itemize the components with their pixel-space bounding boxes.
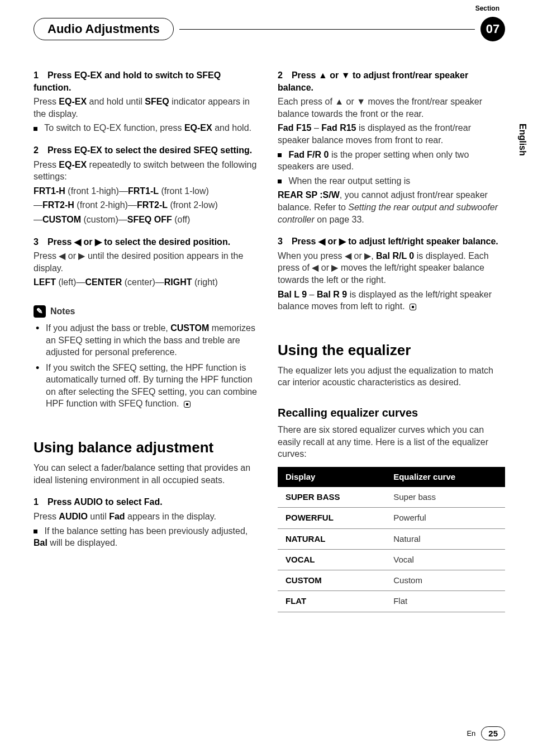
col-display: Display [278,467,386,487]
kw: LEFT [34,277,56,287]
table-row: CUSTOMCustom [278,570,505,591]
txt: Press [34,160,59,169]
language-side-tab: English [515,117,527,162]
txt: (center)— [122,277,164,287]
footer-lang: En [467,729,475,738]
note-item-1: If you adjust the bass or treble, CUSTOM… [34,322,261,358]
table-row: VOCALVocal [278,549,505,570]
cell-curve: Flat [386,591,505,612]
notes-label: Notes [50,305,75,318]
cell-curve: Vocal [386,549,505,570]
sfeq-step2-body: Press EQ-EX repeatedly to switch between… [34,159,261,183]
recall-curves-title: Recalling equalizer curves [278,405,505,420]
txt: – [307,290,317,299]
txt: When the rear output setting is [288,176,410,186]
kw: CENTER [85,277,122,287]
sfeq-step1-bullet: To switch to EQ-EX function, press EQ-EX… [34,122,261,134]
equalizer-intro: The equalizer lets you adjust the equali… [278,365,505,389]
cell-display: NATURAL [278,528,386,549]
txt: (right) [192,277,218,287]
col-curve: Equalizer curve [386,467,505,487]
balance-step3-range: Bal L 9 – Bal R 9 is displayed as the le… [278,289,505,313]
pencil-icon: ✎ [34,305,46,318]
kw: FRT2-L [137,200,168,210]
txt: (front 2-high)— [74,200,137,210]
section-number-badge: 07 [480,17,505,41]
fader-step2-head: 2 Press ▲ or ▼ to adjust front/rear spea… [278,69,505,93]
txt: (front 1-low) [159,186,209,196]
kw: CUSTOM [170,323,209,333]
page-number-badge: 25 [481,726,505,740]
kw: Bal [34,538,47,547]
txt: If the balance setting has been previous… [44,526,248,536]
sfeq-step1-body: Press EQ-EX and hold until SFEQ indicato… [34,96,261,120]
chapter-title: Audio Adjustments [47,22,160,36]
table-row: NATURALNatural [278,528,505,549]
page-header: Section Audio Adjustments 07 [34,17,505,41]
kw: REAR SP :S/W [278,190,340,200]
balance-step3-body: When you press ◀ or ▶, Bal R/L 0 is disp… [278,250,505,286]
equalizer-curves-table: Display Equalizer curve SUPER BASSSuper … [278,467,505,612]
sfeq-positions: LEFT (left)—CENTER (center)—RIGHT (right… [34,276,261,289]
balance-step1-bullet: If the balance setting has been previous… [34,525,261,549]
txt: (front 2-low) [168,200,218,210]
fader-step2-range: Fad F15 – Fad R15 is displayed as the fr… [278,122,505,146]
note-item-2: If you switch the SFEQ setting, the HPF … [34,362,261,410]
page-number: 25 [488,729,498,738]
txt: appears in the display. [125,512,216,521]
kw: RIGHT [164,277,192,287]
table-row: SUPER BASSSuper bass [278,487,505,508]
notes-list: If you adjust the bass or treble, CUSTOM… [34,322,261,410]
kw: SFEQ OFF [127,215,172,224]
left-column: 1 Press EQ-EX and hold to switch to SFEQ… [34,69,261,612]
cell-curve: Custom [386,570,505,591]
cell-display: FLAT [278,591,386,612]
txt: on page 33. [315,215,364,224]
fader-step2-bullet-1: Fad F/R 0 is the proper setting when onl… [278,149,505,173]
kw: Fad [109,512,125,521]
cell-curve: Powerful [386,508,505,528]
kw-eqex: EQ-EX [59,97,87,106]
balance-step1-body: Press AUDIO until Fad appears in the dis… [34,511,261,523]
fader-step2-bullet-2-cont: REAR SP :S/W, you cannot adjust front/re… [278,189,505,225]
kw: Bal R 9 [317,290,347,299]
kw: AUDIO [59,512,88,521]
txt: If you adjust the bass or treble, [46,323,170,333]
sfeq-settings-line-1: FRT1-H (front 1-high)—FRT1-L (front 1-lo… [34,185,261,197]
txt: – [311,123,321,133]
equalizer-title: Using the equalizer [278,341,505,360]
table-header-row: Display Equalizer curve [278,467,505,487]
kw: FRT1-L [128,186,159,196]
sfeq-step1-head: 1 Press EQ-EX and hold to switch to SFEQ… [34,69,261,93]
kw: Fad F/R 0 [288,150,329,159]
end-of-section-icon [184,401,191,408]
txt: — [34,215,42,224]
chapter-title-pill: Audio Adjustments [34,18,174,40]
sfeq-step3-body: Press ◀ or ▶ until the desired position … [34,250,261,274]
sfeq-step2-head: 2 Press EQ-EX to select the desired SFEQ… [34,144,261,157]
cell-display: VOCAL [278,549,386,570]
kw-eqex: EQ-EX [59,160,87,169]
sfeq-settings-line-3: —CUSTOM (custom)—SFEQ OFF (off) [34,214,261,226]
kw: Bal R/L 0 [376,251,414,261]
txt: To switch to EQ-EX function, press [44,123,184,133]
txt: (custom)— [81,215,127,224]
cell-display: CUSTOM [278,570,386,591]
cell-display: SUPER BASS [278,487,386,508]
end-of-section-icon [410,304,416,310]
sfeq-settings-line-2: —FRT2-H (front 2-high)—FRT2-L (front 2-l… [34,199,261,211]
cell-curve: Super bass [386,487,505,508]
section-number: 07 [486,22,499,36]
txt: (front 1-high)— [65,186,128,196]
header-connector-line [179,29,475,30]
kw-sfeq: SFEQ [145,97,169,106]
cell-display: POWERFUL [278,508,386,528]
balance-intro: You can select a fader/balance setting t… [34,462,261,486]
kw-eqex: EQ-EX [184,123,212,133]
kw: FRT2-H [42,200,74,210]
txt: When you press ◀ or ▶, [278,251,376,261]
txt: Press [34,512,59,521]
language-label: English [518,124,527,156]
kw: Bal L 9 [278,290,307,299]
notes-heading: ✎ Notes [34,305,261,318]
